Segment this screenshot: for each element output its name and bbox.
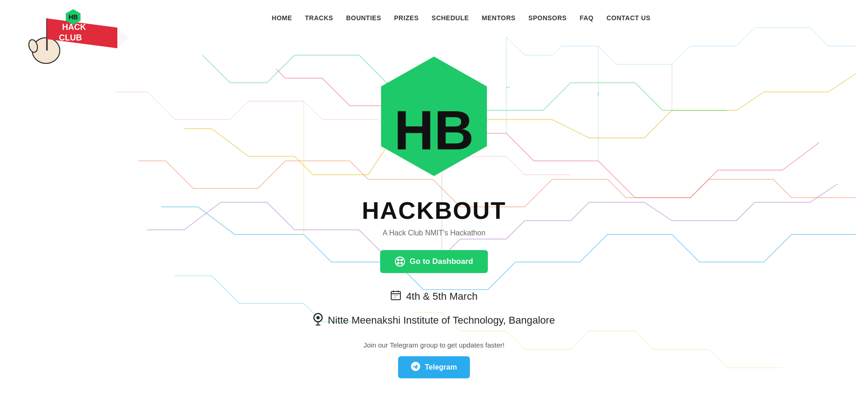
dashboard-btn-icon bbox=[395, 257, 405, 267]
svg-rect-23 bbox=[400, 262, 403, 264]
hero-title: HACKBOUT bbox=[362, 197, 506, 224]
event-date: 4th & 5th March bbox=[390, 290, 477, 303]
svg-rect-22 bbox=[397, 262, 399, 264]
hero-subtitle: A Hack Club NMIT's Hackathon bbox=[382, 229, 486, 237]
nav-schedule[interactable]: SCHEDULE bbox=[432, 14, 469, 22]
location-icon bbox=[313, 313, 323, 328]
nav-tracks[interactable]: TRACKS bbox=[305, 14, 333, 22]
dashboard-btn-label: Go to Dashboard bbox=[410, 257, 473, 266]
nav-links: HOME TRACKS BOUNTIES PRIZES SCHEDULE MEN… bbox=[272, 14, 651, 22]
event-location: Nitte Meenakshi Institute of Technology,… bbox=[313, 313, 555, 328]
nav-sponsors[interactable]: SPONSORS bbox=[528, 14, 567, 22]
svg-text:HB: HB bbox=[69, 13, 78, 21]
svg-rect-20 bbox=[397, 259, 399, 261]
nav-brand: HB bbox=[64, 8, 82, 28]
hero-section: HB HACKBOUT A Hack Club NMIT's Hackathon… bbox=[0, 36, 868, 378]
event-location-text: Nitte Meenakshi Institute of Technology,… bbox=[328, 314, 555, 326]
svg-point-31 bbox=[317, 316, 320, 319]
event-date-text: 4th & 5th March bbox=[406, 291, 477, 302]
calendar-icon bbox=[390, 290, 401, 303]
nav-contact[interactable]: CONTACT US bbox=[607, 14, 651, 22]
telegram-cta-text: Join our Telegram group to get updates f… bbox=[364, 341, 505, 349]
navbar: HB HOME TRACKS BOUNTIES PRIZES SCHEDULE … bbox=[0, 0, 868, 36]
nav-mentors[interactable]: MENTORS bbox=[482, 14, 515, 22]
hb-small-logo: HB bbox=[64, 8, 82, 26]
svg-rect-21 bbox=[400, 259, 403, 261]
go-to-dashboard-button[interactable]: Go to Dashboard bbox=[380, 250, 488, 273]
telegram-btn-label: Telegram bbox=[425, 363, 457, 371]
nav-home[interactable]: HOME bbox=[272, 14, 292, 22]
hb-hero-logo: HB bbox=[374, 54, 494, 188]
svg-text:HB: HB bbox=[394, 99, 474, 161]
telegram-button[interactable]: Telegram bbox=[398, 356, 470, 378]
telegram-icon bbox=[411, 362, 420, 373]
nav-prizes[interactable]: PRIZES bbox=[394, 14, 419, 22]
nav-bounties[interactable]: BOUNTIES bbox=[346, 14, 381, 22]
nav-faq[interactable]: FAQ bbox=[579, 14, 593, 22]
